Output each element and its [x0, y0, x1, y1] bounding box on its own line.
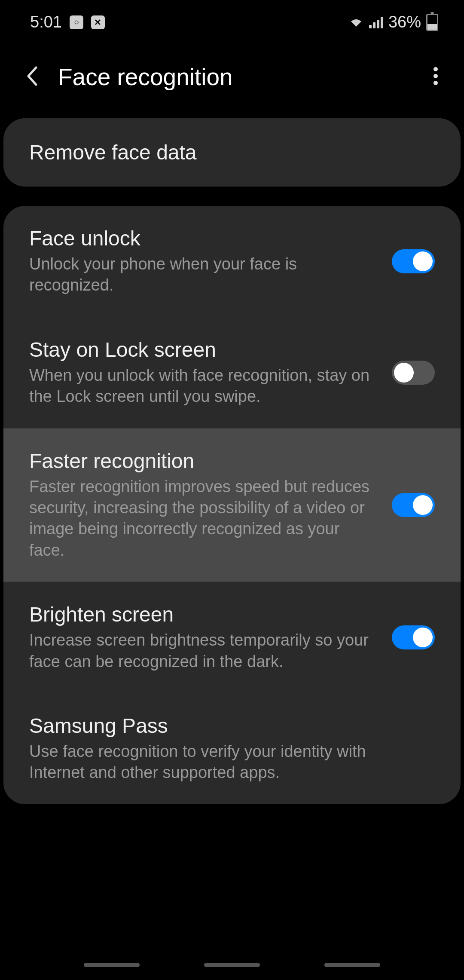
toggle-thumb	[413, 251, 433, 271]
setting-samsung-pass[interactable]: Samsung PassUse face recognition to veri…	[3, 693, 461, 804]
toggle-brighten-screen[interactable]	[392, 625, 435, 649]
svg-point-0	[433, 67, 438, 71]
header: Face recognition	[0, 40, 464, 118]
setting-title: Faster recognition	[29, 449, 379, 473]
chevron-left-icon	[26, 66, 39, 86]
toggle-stay-on-lock-screen[interactable]	[392, 361, 435, 385]
setting-title: Samsung Pass	[29, 714, 422, 738]
more-vertical-icon	[433, 66, 438, 86]
status-bar: 5:01 ○ ✕ 36%	[0, 0, 464, 40]
setting-description: When you unlock with face recognition, s…	[29, 365, 379, 407]
settings-card: Face unlockUnlock your phone when your f…	[3, 206, 461, 804]
setting-description: Faster recognition improves speed but re…	[29, 476, 379, 561]
setting-text: Brighten screenIncrease screen brightnes…	[29, 603, 392, 672]
notification-icon-2: ✕	[91, 15, 105, 29]
setting-title: Brighten screen	[29, 603, 379, 626]
toggle-thumb	[413, 495, 433, 515]
setting-text: Face unlockUnlock your phone when your f…	[29, 227, 392, 296]
setting-title: Face unlock	[29, 227, 379, 250]
setting-text: Samsung PassUse face recognition to veri…	[29, 714, 435, 784]
setting-text: Stay on Lock screenWhen you unlock with …	[29, 338, 392, 407]
svg-point-2	[433, 81, 438, 85]
nav-recent[interactable]	[84, 963, 140, 967]
setting-title: Stay on Lock screen	[29, 338, 379, 361]
battery-icon	[426, 14, 438, 31]
setting-brighten-screen[interactable]: Brighten screenIncrease screen brightnes…	[3, 582, 461, 693]
toggle-thumb	[394, 363, 414, 383]
toggle-thumb	[413, 628, 433, 647]
page-title: Face recognition	[58, 63, 429, 91]
status-left: 5:01 ○ ✕	[30, 13, 105, 31]
wifi-icon	[348, 13, 364, 31]
remove-face-data-label: Remove face data	[29, 141, 435, 164]
signal-icon	[369, 16, 383, 28]
status-time: 5:01	[30, 13, 62, 31]
setting-faster-recognition[interactable]: Faster recognitionFaster recognition imp…	[3, 429, 461, 582]
nav-home[interactable]	[204, 963, 260, 967]
notification-icon-1: ○	[70, 15, 83, 29]
back-button[interactable]	[26, 61, 47, 92]
nav-back[interactable]	[324, 963, 380, 967]
toggle-face-unlock[interactable]	[392, 249, 435, 273]
setting-face-unlock[interactable]: Face unlockUnlock your phone when your f…	[3, 206, 461, 317]
setting-text: Faster recognitionFaster recognition imp…	[29, 449, 392, 561]
setting-stay-on-lock-screen[interactable]: Stay on Lock screenWhen you unlock with …	[3, 317, 461, 429]
toggle-faster-recognition[interactable]	[392, 493, 435, 517]
setting-description: Use face recognition to verify your iden…	[29, 741, 422, 784]
nav-bar	[0, 963, 464, 967]
setting-description: Increase screen brightness temporarily s…	[29, 630, 379, 672]
more-options-button[interactable]	[429, 61, 443, 92]
status-right: 36%	[348, 13, 438, 31]
remove-face-data-button[interactable]: Remove face data	[3, 118, 461, 187]
setting-description: Unlock your phone when your face is reco…	[29, 254, 379, 296]
svg-point-1	[433, 74, 438, 78]
battery-percent: 36%	[388, 13, 421, 31]
content: Remove face data Face unlockUnlock your …	[0, 118, 464, 804]
